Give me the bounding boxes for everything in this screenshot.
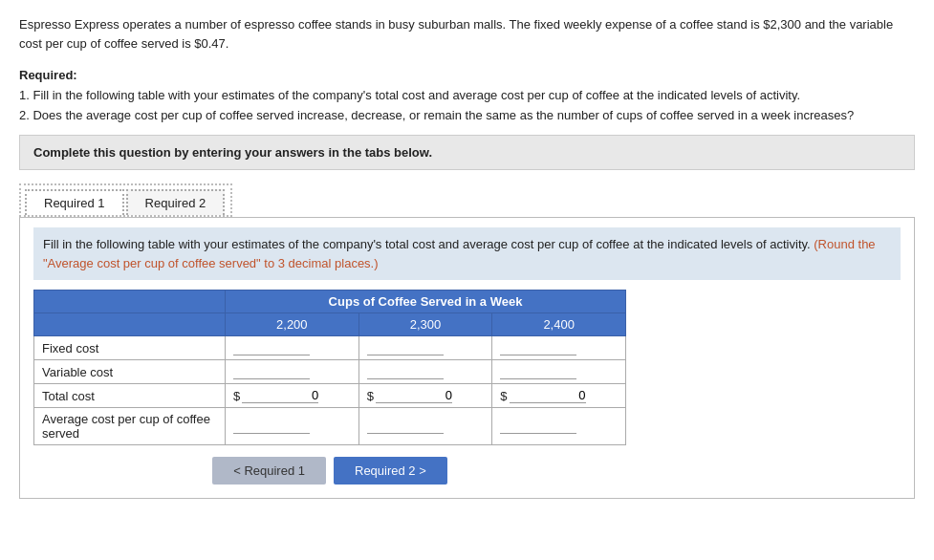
row-label-total-cost: Total cost (34, 384, 226, 408)
tab-description: Fill in the following table with your es… (33, 227, 901, 280)
next-button[interactable]: Required 2 > (334, 457, 447, 485)
row-label-variable-cost: Variable cost (34, 360, 226, 384)
cell-total-2400: $ (492, 384, 626, 408)
nav-buttons: < Required 1 Required 2 > (33, 457, 626, 485)
cell-variable-2200 (226, 360, 359, 384)
dollar-sign-1: $ (233, 389, 240, 403)
table-header-main: Cups of Coffee Served in a Week (226, 291, 626, 313)
dollar-sign-2: $ (367, 389, 374, 403)
table-col-2200: 2,200 (226, 313, 359, 336)
dollar-sign-3: $ (500, 389, 507, 403)
tab-panel-required-1: Fill in the following table with your es… (19, 217, 915, 499)
input-variable-2300[interactable] (367, 364, 444, 379)
cost-table: Cups of Coffee Served in a Week 2,200 2,… (33, 290, 626, 445)
cell-fixed-2400 (492, 336, 626, 360)
table-col-2300: 2,300 (358, 313, 492, 336)
cell-avg-2400 (492, 408, 626, 445)
input-fixed-2400[interactable] (500, 340, 576, 355)
cell-total-2200: $ (226, 384, 359, 408)
table-label-empty (34, 313, 226, 336)
cell-total-2300: $ (358, 384, 492, 408)
input-total-2300[interactable] (376, 388, 452, 403)
cell-variable-2300 (358, 360, 492, 384)
required-label: Required: (19, 68, 77, 82)
cell-fixed-2300 (358, 336, 492, 360)
input-variable-2400[interactable] (500, 364, 576, 379)
required-item-1: 1. Fill in the following table with your… (19, 88, 800, 102)
row-label-fixed-cost: Fixed cost (34, 336, 226, 360)
tab-required-2[interactable]: Required 2 (126, 189, 226, 215)
tab-required-1[interactable]: Required 1 (25, 189, 124, 215)
input-fixed-2300[interactable] (367, 340, 444, 355)
table-row: Fixed cost (34, 336, 626, 360)
table-row: Variable cost (34, 360, 626, 384)
cell-avg-2300 (358, 408, 492, 445)
cell-variable-2400 (492, 360, 626, 384)
input-variable-2200[interactable] (233, 364, 310, 379)
input-total-2200[interactable] (242, 388, 318, 403)
table-row: Total cost $ $ $ (34, 384, 626, 408)
tabs-row: Required 1 Required 2 (25, 189, 227, 215)
input-total-2400[interactable] (510, 388, 586, 403)
required-section: Required: 1. Fill in the following table… (19, 66, 915, 125)
row-label-avg-cost: Average cost per cup of coffee served (34, 408, 226, 445)
input-fixed-2200[interactable] (233, 340, 310, 355)
tab-description-normal: Fill in the following table with your es… (43, 237, 811, 251)
table-row-label-header (34, 291, 226, 313)
cell-avg-2200 (226, 408, 359, 445)
prev-button[interactable]: < Required 1 (212, 457, 326, 485)
instruction-box: Complete this question by entering your … (19, 135, 915, 170)
cell-fixed-2200 (226, 336, 359, 360)
table-col-2400: 2,400 (492, 313, 626, 336)
input-avg-2200[interactable] (233, 419, 310, 434)
required-item-2: 2. Does the average cost per cup of coff… (19, 108, 854, 122)
intro-paragraph: Espresso Express operates a number of es… (19, 15, 915, 53)
input-avg-2300[interactable] (367, 419, 444, 434)
table-row: Average cost per cup of coffee served (34, 408, 626, 445)
tabs-container: Required 1 Required 2 (19, 183, 232, 217)
input-avg-2400[interactable] (500, 419, 576, 434)
